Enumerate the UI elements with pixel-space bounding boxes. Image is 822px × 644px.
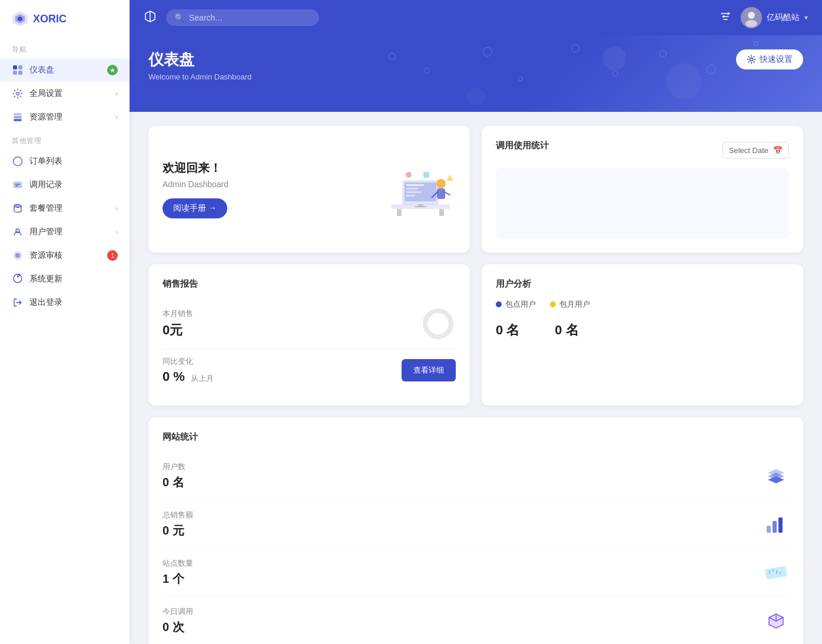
topbar: 🔍 亿码酷站 ▾ [130,0,822,35]
sidebar-item-resource-review-label: 资源审核 [29,250,107,261]
resource-mgmt-icon [12,111,24,123]
legend-label-baoyue: 包月用户 [559,299,590,310]
date-picker[interactable]: Select Date 📅 [722,142,789,159]
quick-settings-button[interactable]: 快速设置 [736,49,803,69]
sidebar-item-package-mgmt[interactable]: 套餐管理 › [0,197,130,220]
resource-review-badge: 1 [107,250,118,261]
welcome-title: 欢迎回来！ [163,160,228,176]
svg-rect-54 [778,517,783,533]
nav-section-title: 导航 [0,38,130,58]
calendar-icon: 📅 [773,146,783,155]
user-chevron-icon: ▾ [804,14,808,22]
api-records-icon [12,179,24,191]
svg-line-44 [445,192,450,195]
sidebar-item-resource-mgmt[interactable]: 资源管理 › [0,105,130,129]
stat-sites-value: 1 个 [163,571,193,587]
stat-sites-label: 站点数量 [163,558,193,569]
sidebar-item-global-settings-label: 全局设置 [29,88,113,99]
resource-mgmt-chevron: › [115,113,118,121]
menu-toggle-button[interactable] [144,10,157,26]
stat-row-users: 用户数 0 名 [163,452,789,500]
row-1: 欢迎回来！ Admin Dashboard 阅读手册 → [148,126,803,253]
user-analysis-card: 用户分析 包点用户 包月用户 0 名 [482,264,803,406]
svg-rect-8 [14,113,22,115]
user-count-baoyue-value: 0 名 [555,321,578,339]
bar-chart-icon [763,512,789,537]
username-label: 亿码酷站 [767,12,800,23]
sales-title: 销售报告 [163,278,456,290]
stat-row-sites: 站点数量 1 个 [163,549,789,597]
svg-point-48 [425,311,451,337]
logo[interactable]: XORIC [0,0,130,38]
logo-icon [12,11,28,27]
stats-card: 网站统计 用户数 0 名 [148,417,803,644]
sidebar-item-global-settings[interactable]: 全局设置 › [0,82,130,105]
search-icon: 🔍 [174,13,184,22]
page-title: 仪表盘 [148,49,803,70]
dashboard-body: 欢迎回来！ Admin Dashboard 阅读手册 → [130,112,822,644]
system-update-icon [12,273,24,285]
legend-label-baodian: 包点用户 [505,299,536,310]
svg-rect-40 [415,206,426,207]
search-bar[interactable]: 🔍 [166,9,319,26]
user-count-baodian-value: 0 名 [496,321,519,339]
user-mgmt-chevron: › [115,228,118,236]
package-mgmt-icon [12,203,24,214]
sales-yoy-label: 同比变化 [163,356,214,367]
welcome-text: 欢迎回来！ Admin Dashboard 阅读手册 → [163,160,228,218]
svg-rect-55 [765,566,787,579]
svg-point-41 [436,179,446,188]
sidebar-item-order-list[interactable]: 订单列表 [0,150,130,173]
main-content: 🔍 亿码酷站 ▾ [130,0,822,644]
svg-point-29 [750,58,753,61]
sidebar-item-api-records-label: 调用记录 [29,180,118,190]
topbar-right: 亿码酷站 ▾ [720,7,808,28]
sidebar-item-user-mgmt[interactable]: 用户管理 › [0,220,130,244]
svg-rect-10 [14,119,22,121]
sidebar: XORIC 导航 仪表盘 ★ 全局设置 › 资源管理 › 其他管理 订单列表 [0,0,130,644]
sidebar-item-dashboard[interactable]: 仪表盘 ★ [0,58,130,82]
dashboard-icon [12,64,24,76]
content-area: 仪表盘 Welcome to Admin Dashboard 快速设置 欢迎回来… [130,35,822,644]
order-list-icon [12,155,24,167]
user-menu[interactable]: 亿码酷站 ▾ [741,7,808,28]
sidebar-item-system-update-label: 系统更新 [29,274,118,284]
legend-dot-baoyue [550,301,556,307]
row-2: 销售报告 本月销售 0元 [148,264,803,406]
svg-point-28 [745,20,757,27]
sales-yoy-value: 0 % [163,369,185,384]
sales-card: 销售报告 本月销售 0元 [148,264,470,406]
date-picker-label: Select Date [729,146,768,155]
view-detail-button[interactable]: 查看详细 [402,359,456,381]
sales-yoy-row: 同比变化 0 % 从上月 查看详细 [163,349,456,391]
svg-rect-12 [14,182,22,188]
read-manual-button[interactable]: 阅读手册 → [163,198,227,218]
sidebar-item-logout[interactable]: 退出登录 [0,291,130,314]
logout-icon [12,297,24,308]
filter-icon[interactable] [720,11,731,25]
sidebar-item-dashboard-label: 仪表盘 [29,65,107,75]
ruler-icon [763,560,789,586]
legend-item-baoyue: 包月用户 [550,299,590,310]
stat-sales-value: 0 元 [163,523,193,539]
page-header: 仪表盘 Welcome to Admin Dashboard 快速设置 [130,35,822,112]
welcome-illustration [385,163,456,216]
cube-icon [763,608,789,634]
stat-sales-label: 总销售额 [163,510,193,520]
sales-monthly: 本月销售 0元 [163,308,193,339]
svg-marker-47 [446,175,453,181]
resource-review-icon [12,250,24,261]
user-count-baoyue: 0 名 [555,321,578,339]
stat-calls-label: 今日调用 [163,606,193,617]
sidebar-item-resource-review[interactable]: 资源审核 1 [0,244,130,267]
page-subtitle: Welcome to Admin Dashboard [148,72,803,81]
sidebar-item-user-mgmt-label: 用户管理 [29,227,113,237]
legend-row: 包点用户 包月用户 [496,299,789,310]
svg-point-11 [14,157,22,166]
sidebar-item-system-update[interactable]: 系统更新 [0,267,130,291]
search-input[interactable] [189,13,307,22]
stat-calls-value: 0 次 [163,619,193,635]
svg-rect-38 [406,195,415,197]
svg-rect-31 [397,209,402,216]
sidebar-item-api-records[interactable]: 调用记录 [0,173,130,197]
